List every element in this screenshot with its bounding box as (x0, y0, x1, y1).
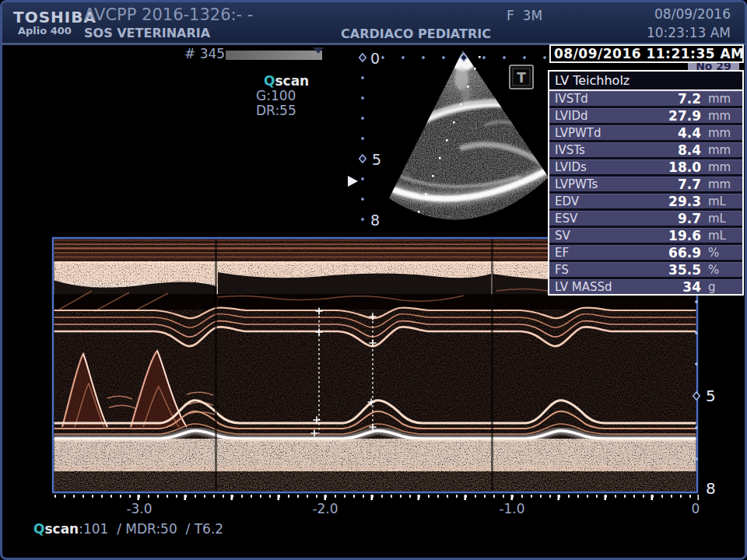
measurement-unit: mL (701, 212, 742, 226)
measurement-unit: % (701, 246, 742, 260)
measurement-label: EF (549, 246, 645, 260)
status-params: :101 / MDR:50 / T6.2 (79, 521, 223, 537)
measurement-row: SV 19.6 mL (549, 228, 742, 245)
system-time: 10:23:13 AM (647, 25, 731, 40)
exam-preset: CARDIACO PEDIATRIC (341, 26, 491, 41)
measurement-value: 18.0 (645, 159, 701, 175)
measurement-value: 27.9 (645, 108, 701, 124)
grayscale-bar-marker-icon (313, 47, 324, 54)
2d-depth-8: 8 (370, 212, 380, 229)
status-qscan-q: Q (33, 521, 44, 537)
model-label: Aplio 400 (18, 25, 72, 37)
sweep-seam (215, 240, 217, 493)
measurement-label: LVPWTd (549, 126, 645, 140)
measurement-label: LVPWTs (549, 177, 645, 191)
system-date: 08/09/2016 (654, 6, 731, 22)
measurement-row: ESV 9.7 mL (549, 211, 742, 228)
2d-depth-5: 5 (372, 151, 381, 168)
measurement-value: 66.9 (645, 245, 701, 261)
2d-reference-panel: 0 5 8 T (345, 47, 555, 239)
time-label: -3.0 (126, 501, 152, 516)
measurement-row: LVPWTs 7.7 mm (549, 177, 742, 194)
measurement-label: LV MASSd (549, 280, 645, 294)
measurement-label: LVIDd (549, 109, 645, 123)
header-bar: TOSHIBA Aplio 400 AVCPP 2016-1326:- - SO… (2, 2, 745, 45)
mmode-depth-8: 8 (706, 479, 716, 498)
measurement-label: FS (549, 263, 645, 277)
qscan-q: Q (264, 73, 275, 89)
gain-value: G:100 (256, 89, 309, 103)
measurement-row: LVIDs 18.0 mm (549, 159, 742, 177)
patient-id: AVCPP 2016-1326:- - (84, 5, 253, 24)
dynamic-range-value: DR:55 (256, 103, 309, 118)
measurement-unit: % (701, 263, 742, 277)
measurement-row: EDV 29.3 mL (549, 194, 742, 211)
t-marker-glyph: T (517, 70, 526, 86)
time-label: 0 (692, 501, 700, 516)
measurement-row: FS 35.5 % (549, 262, 742, 279)
measurement-value: 4.4 (645, 125, 701, 141)
time-label: -1.0 (499, 501, 524, 516)
2d-horizontal-scale (359, 54, 547, 61)
2d-depth-0: 0 (370, 50, 380, 67)
measurement-value: 9.7 (645, 211, 701, 226)
measurement-unit: mm (701, 109, 742, 123)
measurement-row: LV MASSd 34 g (549, 279, 742, 294)
measurement-row: IVSTs 8.4 mm (549, 142, 742, 159)
measurement-unit: mm (701, 143, 742, 157)
measurement-label: LVIDs (549, 160, 645, 174)
institution-name: SOS VETERINARIA (84, 26, 210, 40)
measurement-value: 7.2 (645, 91, 701, 107)
measurement-unit: mm (701, 177, 742, 191)
status-qscan-label: scan (44, 521, 79, 537)
grayscale-bar[interactable] (226, 51, 322, 60)
acquisition-datetime: 08/09/2016 11:21:35 AM (549, 44, 744, 63)
measurement-label: IVSTd (549, 92, 645, 106)
sweep-seam (491, 240, 493, 493)
measurement-unit: mm (701, 160, 742, 174)
measurement-value: 34 (645, 279, 701, 295)
measurement-unit: mm (701, 92, 742, 106)
2d-depth-scale: 0 5 8 (348, 50, 381, 229)
measurement-value: 19.6 (645, 228, 701, 243)
measurement-value: 29.3 (645, 194, 701, 209)
image-params-block: Qscan G:100 DR:55 (256, 74, 309, 118)
measurement-row: LVIDd 27.9 mm (549, 108, 742, 125)
measurement-unit: mL (701, 229, 742, 243)
measurement-label: SV (549, 229, 645, 243)
measurement-value: 7.7 (645, 177, 701, 192)
status-line: Qscan:101 / MDR:50 / T6.2 (33, 521, 223, 537)
measurement-label: EDV (549, 194, 645, 208)
measurement-row: LVPWTd 4.4 mm (549, 125, 742, 142)
time-label: -2.0 (312, 501, 338, 516)
measurement-row: EF 66.9 % (549, 245, 742, 262)
time-axis: -3.0 -2.0 -1.0 0 (54, 496, 700, 516)
measurement-row: IVSTd 7.2 mm (549, 91, 742, 108)
measurement-value: 8.4 (645, 142, 701, 158)
measurement-unit: mL (701, 194, 742, 208)
ultrasound-screen: TOSHIBA Aplio 400 AVCPP 2016-1326:- - SO… (0, 0, 747, 560)
focus-arrow-icon (348, 176, 358, 187)
sex-age: F 3M (507, 8, 542, 23)
measurement-label: IVSTs (549, 143, 645, 157)
qscan-label: scan (275, 73, 309, 89)
measurement-label: ESV (549, 212, 645, 226)
measurement-table-title: LV Teichholz (549, 72, 742, 91)
measurement-value: 35.5 (645, 262, 701, 278)
frame-counter: # 345 (184, 46, 225, 61)
mmode-depth-5: 5 (706, 387, 716, 405)
measurement-unit: mm (701, 126, 742, 140)
measurement-rows: IVSTd 7.2 mm LVIDd 27.9 mm LVPWTd 4.4 mm… (549, 91, 742, 294)
measurement-table: LV Teichholz IVSTd 7.2 mm LVIDd 27.9 mm … (548, 70, 744, 296)
orientation-t-marker: T (510, 65, 533, 89)
measurement-unit: g (701, 280, 742, 294)
